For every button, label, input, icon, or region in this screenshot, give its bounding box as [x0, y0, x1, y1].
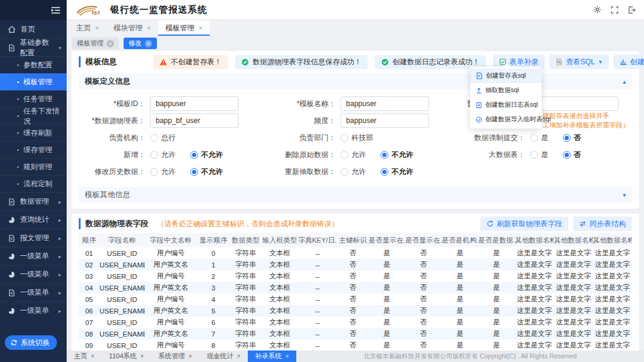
window-tab-模块管理[interactable]: 模块管理 ×: [106, 20, 158, 36]
doc-icon: [8, 235, 15, 242]
sidebar-item-缓存管理[interactable]: •缓存管理: [0, 141, 67, 158]
logout-icon[interactable]: [628, 6, 636, 14]
sidebar-item-任务下发情况[interactable]: •任务下发情况: [0, 107, 67, 124]
section-header-template-other[interactable]: 模板其他信息 ▾: [79, 187, 632, 203]
table-row[interactable]: 06USER_ENAME用户英文名5字符串文本框--否是否是是这里是文字这里是文…: [79, 305, 632, 317]
warn-icon: [159, 58, 167, 66]
section-header-template-definition[interactable]: 模板定义信息 ▴: [79, 73, 632, 90]
close-icon[interactable]: ×: [91, 353, 95, 360]
sidebar-item-一级菜单-4[interactable]: 一级菜单 ▸: [0, 265, 67, 283]
pie-icon: [8, 253, 15, 260]
table-row[interactable]: 05USER_ID用户编号4字符串文本框--否是否是是这里是文字这里是文字这里是…: [79, 293, 632, 305]
breadcrumb-chip-模板管理[interactable]: 模板管理 ×: [72, 38, 119, 49]
close-icon[interactable]: ×: [107, 40, 114, 47]
frequency-input[interactable]: [340, 113, 429, 128]
template-id-input[interactable]: [150, 96, 239, 111]
close-icon[interactable]: ×: [285, 353, 289, 360]
radio-option-否[interactable]: 否: [563, 150, 581, 160]
table-cell: 09: [79, 340, 99, 351]
刷新获取物理表字段-button[interactable]: 刷新获取物理表字段: [480, 216, 568, 231]
window-tab-主页[interactable]: 主页 ×: [69, 20, 106, 36]
close-icon[interactable]: ×: [147, 24, 150, 32]
system-switch-button[interactable]: 系统切换: [5, 335, 57, 350]
radio-option-否[interactable]: 否: [563, 133, 581, 143]
taskbar-tab-现金统计[interactable]: 现金统计 ×: [199, 350, 248, 362]
collapse-menu-icon[interactable]: [51, 7, 61, 14]
sidebar-item-报文管理-2[interactable]: 报文管理 ▸: [0, 229, 67, 247]
close-icon[interactable]: ×: [145, 40, 152, 47]
dropdown-item-创建数据日志表sql[interactable]: 创建数据日志表sql: [470, 98, 542, 112]
radio-option-科技部[interactable]: 科技部: [340, 133, 373, 143]
doc-icon: [476, 72, 483, 79]
radio-option-总行[interactable]: 总行: [150, 133, 176, 143]
查看SQL-button[interactable]: 查看SQL ▼: [549, 55, 609, 69]
table-row[interactable]: 08USER_ENAME用户英文名7字符串文本框--否是否是是这里是文字这里是文…: [79, 328, 632, 340]
radio-option-不允许[interactable]: 不允许: [380, 150, 413, 160]
source-table-input[interactable]: [150, 113, 239, 128]
table-cell: 否: [405, 293, 442, 305]
table-cell: --: [298, 293, 337, 305]
sidebar-item-一级菜单-5[interactable]: 一级菜单 ▸: [0, 283, 67, 301]
sidebar-item-一级菜单-3[interactable]: 一级菜单 ▸: [0, 247, 67, 265]
template-name-input[interactable]: [340, 96, 429, 111]
sidebar-item-参数配置[interactable]: •参数配置: [0, 56, 67, 73]
sidebar-item-一级菜单-6[interactable]: 一级菜单 ▸: [0, 301, 67, 320]
close-icon[interactable]: ×: [95, 24, 99, 32]
radio-option-是[interactable]: 是: [530, 133, 548, 143]
radio-option-不允许[interactable]: 不允许: [380, 167, 413, 177]
table-row[interactable]: 02USER_ENAME用户英文名1字符串文本框--否是否是是这里是文字这里是文…: [79, 259, 632, 270]
taskbar-tab-补录系统[interactable]: 补录系统 ×: [248, 350, 296, 362]
window-tab-模板管理[interactable]: 模板管理 ×: [158, 20, 210, 36]
main-content: 模板信息 不创建暂存表！ 数据源物理表字段信息保存成功！ 创建数据日志记录表成功…: [67, 51, 644, 350]
table-cell: 是: [479, 317, 515, 328]
sidebar-item-数据管理-0[interactable]: 数据管理 ▸: [0, 192, 67, 210]
table-cell: 这里是文字: [515, 247, 554, 259]
radio-option-允许[interactable]: 允许: [340, 150, 366, 160]
table-cell: 否: [337, 270, 368, 282]
radio-option-是[interactable]: 是: [530, 150, 548, 160]
dropdown-item-抽取数据sql[interactable]: 抽取数据sql: [470, 83, 542, 98]
taskbar-tab-主页[interactable]: 主页 ×: [67, 350, 102, 362]
sidebar-group-base-params[interactable]: 基础参数配置 ▾: [0, 38, 67, 56]
同步表结构-button[interactable]: 同步表结构: [573, 216, 632, 231]
expand-icon[interactable]: ▾: [623, 192, 626, 198]
table-row[interactable]: 01USER_ID用户编号0字符串文本框--否是否是是这里是文字这里是文字这里是…: [79, 247, 632, 259]
close-icon[interactable]: ×: [199, 24, 202, 32]
sidebar-item-查询统计-1[interactable]: 查询统计 ▸: [0, 210, 67, 229]
table-row[interactable]: 09USER_ID用户编号8字符串文本框--否是否是是这里是文字这里是文字这里是…: [79, 340, 632, 351]
dropdown-item-创建暂存表sql[interactable]: 创建暂存表sql: [470, 69, 542, 83]
temp-table-name-input[interactable]: [530, 96, 619, 111]
table-row[interactable]: 04USER_ENAME用户英文名3字符串文本框--否是否是是这里是文字这里是文…: [79, 282, 632, 293]
sidebar-item-任务管理[interactable]: •任务管理: [0, 90, 67, 107]
sidebar-item-home[interactable]: 首页: [0, 20, 67, 38]
创建数据库表-button[interactable]: 创建数据库表 ▼: [614, 55, 644, 69]
sidebar-item-规则管理[interactable]: •规则管理: [0, 158, 67, 175]
radio-option-允许[interactable]: 允许: [150, 150, 176, 160]
table-row[interactable]: 07USER_ID用户编号6字符串文本框--否是否是是这里是文字这里是文字这里是…: [79, 317, 632, 328]
collapse-icon[interactable]: ▴: [623, 78, 626, 85]
sidebar-item-流程定制[interactable]: •流程定制: [0, 175, 67, 192]
radio-option-允许[interactable]: 允许: [340, 167, 366, 177]
taskbar-tab-1104系统[interactable]: 1104系统 ×: [102, 350, 151, 362]
bullet-icon: •: [17, 130, 19, 136]
table-row[interactable]: 03USER_ID用户编号2字符串文本框--否是否是是这里是文字这里是文字这里是…: [79, 270, 632, 282]
table-cell: 是: [369, 328, 405, 340]
table-cell: 03: [79, 270, 99, 282]
sidebar-item-模板管理[interactable]: •模板管理: [0, 73, 67, 90]
dropdown-item-创建数据导入临时表sql[interactable]: 创建数据导入临时表sql: [470, 112, 542, 127]
breadcrumb-chip-修改[interactable]: 修改 ×: [124, 38, 157, 49]
taskbar-tab-系统管理[interactable]: 系统管理 ×: [151, 350, 199, 362]
fullscreen-icon[interactable]: [611, 6, 619, 14]
gear-icon[interactable]: [593, 5, 602, 14]
close-icon[interactable]: ×: [141, 353, 144, 360]
close-icon[interactable]: ×: [237, 353, 241, 360]
close-icon[interactable]: ×: [188, 353, 192, 360]
sidebar-item-缓存刷新[interactable]: •缓存刷新: [0, 124, 67, 141]
radio-option-不允许[interactable]: 不允许: [190, 150, 223, 160]
column-header: 数据类型: [230, 233, 261, 247]
radio-option-允许[interactable]: 允许: [150, 167, 176, 177]
radio-option-不允许[interactable]: 不允许: [190, 167, 223, 177]
table-cell: 这里是文字: [554, 259, 593, 270]
table-cell: 这里是文字: [554, 340, 593, 351]
table-cell: 字符串: [230, 247, 261, 259]
